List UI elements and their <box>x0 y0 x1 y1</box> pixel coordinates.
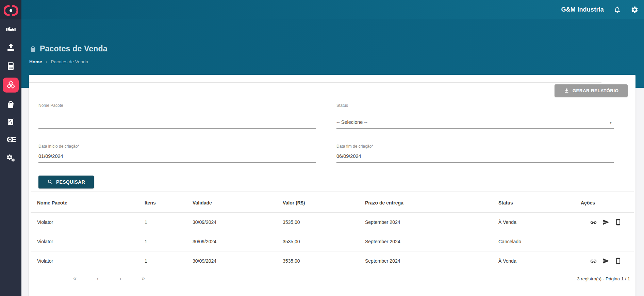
cell-validade: 30/09/2024 <box>186 251 276 271</box>
chevron-down-icon: ▼ <box>609 121 612 125</box>
shopping-bag-icon <box>6 100 15 109</box>
link-icon <box>590 219 597 226</box>
cell-status: À Venda <box>492 213 574 232</box>
app-logo[interactable] <box>0 4 21 17</box>
cell-valor: 3535,00 <box>276 251 359 271</box>
page-title: Pacotes de Venda <box>29 44 108 53</box>
sidebar-item-handshake[interactable] <box>0 22 21 37</box>
mobile-action-button[interactable] <box>615 219 622 226</box>
cell-acoes <box>574 213 634 232</box>
active-item-highlight <box>3 78 19 93</box>
sidebar <box>0 0 21 296</box>
breadcrumb-separator: › <box>46 60 47 64</box>
table-body: Violator 1 30/09/2024 3535,00 September … <box>31 213 634 271</box>
status-label: Status <box>336 103 614 108</box>
data-inicio-label: Data início de criação* <box>38 144 316 149</box>
link-icon <box>590 258 597 265</box>
cell-nome: Violator <box>31 251 138 271</box>
send-icon <box>602 219 609 226</box>
col-prazo: Prazo de entrega <box>359 192 492 213</box>
field-status: Status -- Selecione -- ▼ <box>336 103 614 129</box>
cubes-icon <box>6 80 16 90</box>
shopping-bag-icon <box>29 45 37 53</box>
cell-prazo: September 2024 <box>359 251 492 271</box>
mobile-action-button[interactable] <box>615 258 622 264</box>
data-inicio-input[interactable] <box>38 153 316 163</box>
upload-icon <box>6 43 16 52</box>
table-row: Violator 1 30/09/2024 3535,00 September … <box>31 232 634 251</box>
page-title-text: Pacotes de Venda <box>40 44 108 53</box>
table-row: Violator 1 30/09/2024 3535,00 September … <box>31 251 634 271</box>
brand-list-icon <box>6 134 16 145</box>
field-data-inicio: Data início de criação* <box>38 144 316 163</box>
data-fim-input[interactable] <box>336 153 614 163</box>
col-itens: Itens <box>138 192 186 213</box>
card-top-divider <box>29 82 601 83</box>
breadcrumb: Home › Pacotes de Venda <box>29 59 88 64</box>
breadcrumb-home-link[interactable]: Home <box>29 59 42 64</box>
col-nome-pacote: Nome Pacote <box>31 192 138 213</box>
field-data-fim: Data fim de criação* <box>336 144 614 163</box>
sidebar-item-shopping-bag[interactable] <box>0 97 21 112</box>
cell-itens: 1 <box>138 213 186 232</box>
field-nome-pacote: Nome Pacote <box>38 103 316 129</box>
sidebar-item-pacotes-active[interactable] <box>0 78 21 93</box>
pagination-first-button[interactable]: « <box>71 275 79 282</box>
cell-acoes <box>574 232 634 251</box>
download-icon <box>564 88 569 94</box>
results-table: Nome Pacote Itens Validade Valor (R$) Pr… <box>31 192 634 271</box>
sidebar-item-upload[interactable] <box>0 40 21 55</box>
generate-report-label: GERAR RELATÓRIO <box>573 88 619 93</box>
nome-pacote-input[interactable] <box>38 119 316 129</box>
topbar: G&M Industria <box>21 0 644 19</box>
sidebar-item-sack[interactable] <box>0 114 21 129</box>
smartphone-icon <box>615 258 622 264</box>
brand-logo-icon <box>4 4 18 17</box>
bell-icon <box>613 6 621 14</box>
table-row: Violator 1 30/09/2024 3535,00 September … <box>31 213 634 232</box>
search-button[interactable]: PESQUISAR <box>38 176 94 188</box>
nome-pacote-label: Nome Pacote <box>38 103 316 108</box>
col-validade: Validade <box>186 192 276 213</box>
notifications-button[interactable] <box>613 6 621 14</box>
send-action-button[interactable] <box>602 219 609 226</box>
cell-prazo: September 2024 <box>359 232 492 251</box>
sidebar-item-settings[interactable] <box>0 150 21 165</box>
pagination: « ‹ › » 3 registro(s) - Página 1 / 1 <box>29 275 635 285</box>
cell-validade: 30/09/2024 <box>186 232 276 251</box>
col-valor: Valor (R$) <box>276 192 359 213</box>
status-select[interactable]: -- Selecione -- ▼ <box>336 119 614 129</box>
pagination-last-button[interactable]: » <box>139 275 147 282</box>
sidebar-item-production[interactable] <box>0 132 21 147</box>
cell-nome: Violator <box>31 213 138 232</box>
breadcrumb-current: Pacotes de Venda <box>51 59 88 64</box>
gear-icon <box>631 6 639 14</box>
link-action-button[interactable] <box>590 258 597 265</box>
gears-icon <box>6 153 16 163</box>
table-header-row: Nome Pacote Itens Validade Valor (R$) Pr… <box>31 192 634 213</box>
calculator-icon <box>6 62 15 71</box>
pagination-next-button[interactable]: › <box>116 275 125 282</box>
pagination-summary: 3 registro(s) - Página 1 / 1 <box>577 276 630 281</box>
content-card: GERAR RELATÓRIO Nome Pacote Status -- Se… <box>29 75 635 296</box>
cell-valor: 3535,00 <box>276 232 359 251</box>
pagination-prev-button[interactable]: ‹ <box>94 275 102 282</box>
send-action-button[interactable] <box>602 258 609 264</box>
settings-button[interactable] <box>631 6 639 14</box>
sidebar-item-calculator[interactable] <box>0 59 21 73</box>
col-status: Status <box>492 192 574 213</box>
smartphone-icon <box>615 219 622 226</box>
cell-validade: 30/09/2024 <box>186 213 276 232</box>
data-fim-label: Data fim de criação* <box>336 144 614 149</box>
cell-status: Cancelado <box>492 232 574 251</box>
cell-status: À Venda <box>492 251 574 271</box>
handshake-icon <box>6 24 16 35</box>
company-name[interactable]: G&M Industria <box>561 6 604 13</box>
send-icon <box>602 258 609 264</box>
generate-report-button[interactable]: GERAR RELATÓRIO <box>555 84 628 97</box>
cell-valor: 3535,00 <box>276 213 359 232</box>
status-select-value: -- Selecione -- <box>336 119 367 125</box>
cell-acoes <box>574 251 634 271</box>
col-acoes: Ações <box>574 192 634 213</box>
link-action-button[interactable] <box>590 219 597 226</box>
